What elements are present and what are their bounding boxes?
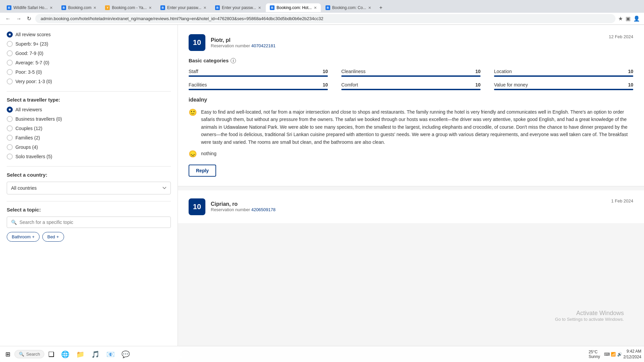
traveller-radio-couples[interactable] [7,125,13,131]
tab-6-close[interactable]: ✕ [314,6,317,10]
category-value-header: Value for money 10 [494,82,633,87]
review-1-date: 12 Feb 2024 [609,34,633,39]
tab-2[interactable]: B Booking.com ✕ [57,3,100,12]
topic-tag-bathroom[interactable]: Bathroom + [7,232,40,242]
tab-1[interactable]: B Wildlife Safari Ho... ✕ [3,3,57,12]
taskbar-tray: ⌨ 📶 🔊 [604,352,622,357]
category-staff-header: Staff 10 [189,69,328,74]
reload-button[interactable]: ↻ [26,14,33,23]
reply-button-1[interactable]: Reply [189,165,216,177]
category-value-name: Value for money [494,82,528,87]
category-facilities: Facilities 10 [189,82,328,90]
topic-tag-bed-plus: + [56,234,59,239]
score-radio-average[interactable] [7,60,13,66]
traveller-radio-families[interactable] [7,135,13,141]
tab-bar: B Wildlife Safari Ho... ✕ B Booking.com … [0,0,644,13]
traveller-option-groups[interactable]: Groups (4) [7,144,171,150]
taskbar-search[interactable]: 🔍 Search [14,350,44,358]
score-radio-good[interactable] [7,50,13,56]
score-label-average: Average: 5-7 (0) [15,60,49,65]
category-facilities-header: Facilities 10 [189,82,328,87]
reviewer-2-reservation: Reservation number 4206509178 [211,207,276,212]
basic-categories-label: Basic categories [189,58,229,63]
taskbar-app-3[interactable]: 🎵 [89,349,102,360]
tab-6[interactable]: B Booking.com: Hot... ✕ [266,3,321,12]
tab-1-close[interactable]: ✕ [50,6,53,10]
taskbar-app-5[interactable]: 💬 [119,349,133,360]
category-cleanliness-bg [341,75,481,77]
reviewer-1-details: Piotr, pl Reservation number 4070422181 [211,37,276,48]
traveller-option-families[interactable]: Families (2) [7,135,171,141]
review-card-1: 10 Piotr, pl Reservation number 40704221… [178,25,644,186]
bookmark-icon[interactable]: ★ [618,15,623,22]
back-button[interactable]: ← [4,14,12,23]
review-2-header: 10 Ciprian, ro Reservation number 420650… [189,198,633,215]
address-input[interactable] [35,14,615,23]
taskbar-app-4[interactable]: 📧 [104,349,117,360]
clock-time: 9:42 AM [624,349,641,354]
weather-desc: Sunny [589,354,600,359]
reviewer-2-details: Ciprian, ro Reservation number 420650917… [211,201,276,212]
new-tab-button[interactable]: + [376,3,386,13]
reservation-number-2-link[interactable]: 4206509178 [251,207,276,212]
tab-7-close[interactable]: ✕ [368,6,371,10]
country-select[interactable]: All countries [7,182,171,194]
score-option-all[interactable]: All review scores [7,32,171,38]
tab-3[interactable]: Y Booking.com - Ya... ✕ [101,3,156,12]
task-view-button[interactable]: ❑ [46,349,57,360]
traveller-option-couples[interactable]: Couples (12) [7,125,171,131]
profile-icon[interactable]: 👤 [633,15,640,22]
basic-categories-info-icon[interactable]: i [231,58,236,63]
score-radio-poor[interactable] [7,69,13,75]
tab-4[interactable]: B Enter your passw... ✕ [156,3,210,12]
basic-categories-section: Basic categories i Staff 10 [189,58,633,90]
traveller-label-all: All reviewers [15,107,42,112]
tab-5-close[interactable]: ✕ [258,6,261,10]
score-radio-very-poor[interactable] [7,78,13,84]
reviewer-1-reservation: Reservation number 4070422181 [211,43,276,48]
category-comfort-name: Comfort [341,82,358,87]
traveller-radio-all[interactable] [7,107,13,113]
score-option-poor[interactable]: Poor: 3-5 (0) [7,69,171,75]
tab-4-close[interactable]: ✕ [203,6,206,10]
tab-5[interactable]: B Enter your passw... ✕ [211,3,265,12]
taskbar-app-2[interactable]: 📁 [73,349,87,360]
search-icon: 🔍 [11,220,17,225]
forward-button[interactable]: → [15,14,23,23]
taskbar-search-label: Search [26,352,40,357]
tab-6-title: Booking.com: Hot... [277,5,312,10]
score-radio-superb[interactable] [7,41,13,47]
score-option-average[interactable]: Average: 5-7 (0) [7,60,171,66]
start-button[interactable]: ⊞ [3,349,13,359]
traveller-radio-solo[interactable] [7,154,13,160]
tray-icons: ⌨ 📶 🔊 [604,352,622,357]
traveller-option-all[interactable]: All reviewers [7,107,171,113]
reservation-number-1-link[interactable]: 4070422181 [251,43,276,48]
topic-search-input[interactable] [19,220,166,225]
topic-search-container[interactable]: 🔍 [7,217,171,228]
extensions-icon[interactable]: ▣ [626,15,631,22]
traveller-type-section: Select a traveller type: All reviewers B… [7,97,171,160]
tab-5-favicon: B [215,5,220,10]
category-facilities-fill [189,89,328,90]
score-radio-all[interactable] [7,32,13,38]
tab-1-title: Wildlife Safari Ho... [13,5,48,10]
tab-2-title: Booking.com [68,5,91,10]
score-option-very-poor[interactable]: Very poor: 1-3 (0) [7,78,171,84]
taskbar: ⊞ 🔍 Search ❑ 🌐 📁 🎵 📧 💬 25°C Sunny ⌨ 📶 🔊 … [0,346,644,360]
weather-temp: 25°C [589,350,600,354]
traveller-radio-business[interactable] [7,116,13,122]
tab-6-favicon: B [270,5,275,10]
topic-tag-bed[interactable]: Bed + [42,232,64,242]
traveller-option-business[interactable]: Business travellers (0) [7,116,171,122]
topic-section: Select a topic: 🔍 Bathroom + Bed + [7,207,171,242]
tab-7[interactable]: B Booking.com: Co... ✕ [321,3,375,12]
traveller-option-solo[interactable]: Solo travellers (5) [7,154,171,160]
traveller-radio-groups[interactable] [7,144,13,150]
tab-3-close[interactable]: ✕ [149,6,152,10]
tab-2-close[interactable]: ✕ [93,6,96,10]
positive-emoji: 🙂 [189,108,197,146]
score-option-superb[interactable]: Superb: 9+ (23) [7,41,171,47]
score-option-good[interactable]: Good: 7-9 (0) [7,50,171,56]
taskbar-app-1[interactable]: 🌐 [58,349,72,360]
